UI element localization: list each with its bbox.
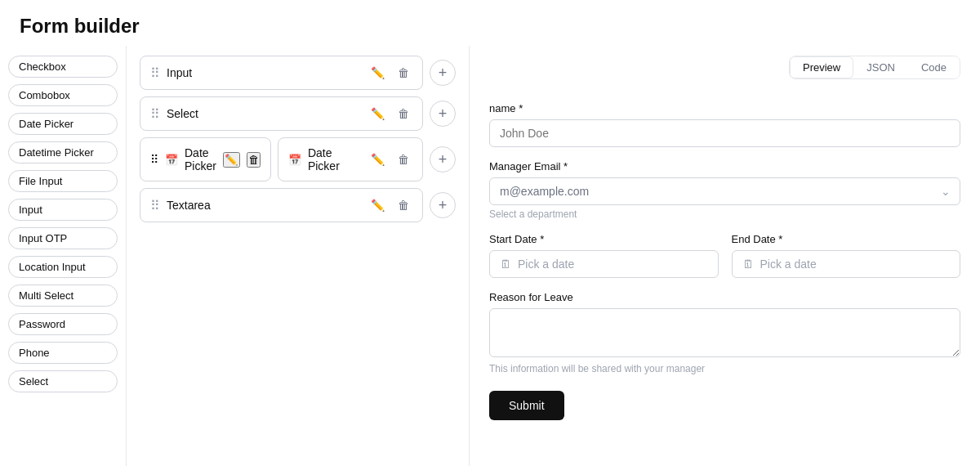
reason-label: Reason for Leave [489,291,960,303]
dp-sub-edit-btn[interactable]: ✏️ [368,151,388,168]
start-date-label: Start Date * [489,233,719,245]
builder-row-0: ⠿ Input ✏️ 🗑 + [140,56,456,90]
manager-email-label: Manager Email * [489,160,960,173]
end-date-label: End Date * [732,233,961,245]
sidebar-item-checkbox[interactable]: Checkbox [8,56,118,78]
preview-form: name * Manager Email * Select a departme… [489,96,960,420]
builder-area: ⠿ Input ✏️ 🗑 + ⠿ Select ✏️ 🗑 + ⠿ 📅 [127,46,470,466]
sidebar-item-input[interactable]: Input [8,199,118,221]
name-label: name * [489,102,960,114]
start-date-field: Start Date * 🗓 Pick a date [489,233,719,278]
end-date-calendar-icon: 🗓 [742,258,754,271]
drag-handle-3[interactable]: ⠿ [150,198,160,213]
delete-btn-0[interactable]: 🗑 [394,65,412,81]
dp-edit-btn[interactable]: ✏️ [223,152,240,168]
sidebar-item-multi-select[interactable]: Multi Select [8,285,118,307]
submit-button[interactable]: Submit [489,391,564,420]
builder-row-datepicker: ⠿ 📅 Date Picker ✏️ 🗑 📅 Date Picker ✏️ 🗑 … [140,137,456,181]
sidebar-item-select[interactable]: Select [8,370,118,392]
name-field: name * [489,102,960,147]
sidebar-item-input-otp[interactable]: Input OTP [8,227,118,249]
row-label-0: Input [167,66,361,79]
sidebar-item-date-picker[interactable]: Date Picker [8,113,118,135]
end-date-field: End Date * 🗓 Pick a date [732,233,961,278]
start-date-placeholder: Pick a date [518,258,574,271]
sidebar-item-location-input[interactable]: Location Input [8,256,118,278]
builder-row-3: ⠿ Textarea ✏️ 🗑 + [140,188,456,222]
reason-field: Reason for Leave This information will b… [489,291,960,374]
reason-textarea[interactable] [489,308,960,357]
end-date-placeholder: Pick a date [760,258,817,271]
tab-code[interactable]: Code [908,56,960,78]
date-row: Start Date * 🗓 Pick a date End Date * 🗓 … [489,233,960,278]
dp-label: Date Picker [185,146,216,173]
delete-btn-1[interactable]: 🗑 [394,105,412,122]
manager-email-field: Manager Email * Select a department [489,160,960,220]
manager-email-input[interactable] [489,177,960,205]
sidebar-item-phone[interactable]: Phone [8,342,118,364]
name-input[interactable] [489,119,960,147]
drag-handle-0[interactable]: ⠿ [150,65,160,81]
dp-cal-icon: 📅 [165,154,178,166]
row-label-3: Textarea [167,199,361,212]
preview-tabs: Preview JSON Code [789,56,960,79]
add-btn-dp[interactable]: + [430,146,456,173]
builder-row-1: ⠿ Select ✏️ 🗑 + [140,96,456,131]
edit-btn-0[interactable]: ✏️ [368,65,388,81]
sidebar-item-file-input[interactable]: File Input [8,170,118,192]
sidebar: CheckboxComboboxDate PickerDatetime Pick… [0,46,127,466]
manager-email-hint: Select a department [489,208,960,220]
dp-delete-btn[interactable]: 🗑 [247,152,261,168]
sidebar-item-password[interactable]: Password [8,313,118,335]
reason-hint: This information will be shared with you… [489,363,960,374]
page-title: Form builder [0,0,980,46]
row-label-1: Select [167,107,361,120]
dp-sub-cal-icon: 📅 [288,154,301,166]
preview-area: Preview JSON Code name * Manager Email *… [470,46,980,466]
delete-btn-3[interactable]: 🗑 [394,197,412,213]
sidebar-item-datetime-picker[interactable]: Datetime Picker [8,141,118,164]
start-date-input-wrapper[interactable]: 🗓 Pick a date [489,250,719,278]
edit-btn-1[interactable]: ✏️ [368,105,388,122]
sidebar-item-combobox[interactable]: Combobox [8,84,118,106]
dp-sub-label: Date Picker [308,146,361,173]
tab-json[interactable]: JSON [853,56,908,78]
edit-btn-3[interactable]: ✏️ [368,197,388,213]
start-date-calendar-icon: 🗓 [500,258,511,271]
tab-preview[interactable]: Preview [790,56,853,78]
add-btn-3[interactable]: + [430,192,456,218]
add-btn-1[interactable]: + [430,101,456,127]
add-btn-0[interactable]: + [430,60,456,86]
drag-handle-1[interactable]: ⠿ [150,106,160,122]
drag-handle-dp[interactable]: ⠿ [150,153,158,166]
end-date-input-wrapper[interactable]: 🗓 Pick a date [732,250,961,278]
dp-sub-delete-btn[interactable]: 🗑 [394,151,412,168]
